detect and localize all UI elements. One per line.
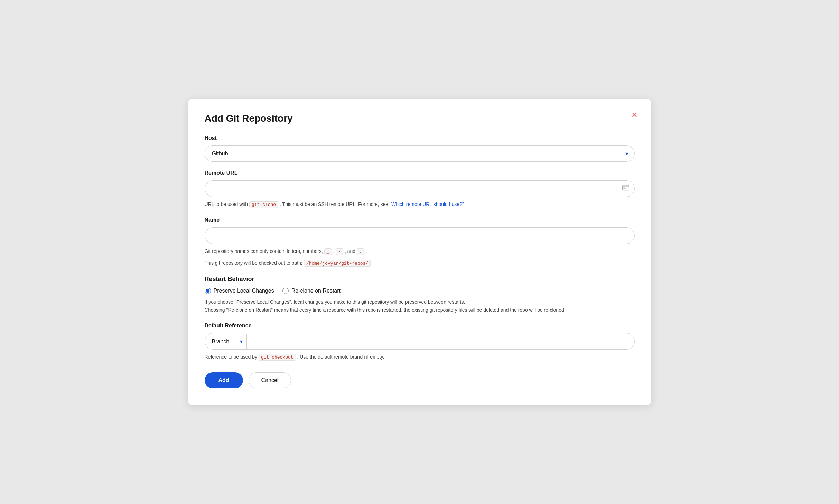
default-reference-row: Branch Tag Commit ▾ [205, 333, 635, 350]
host-field-group: Host Github GitLab Bitbucket Other ▾ [205, 135, 635, 162]
reclone-option[interactable]: Re-clone on Restart [282, 288, 341, 294]
restart-hint-line1: If you choose "Preserve Local Changes", … [205, 298, 635, 306]
svg-rect-2 [623, 188, 625, 188]
preserve-local-option[interactable]: Preserve Local Changes [205, 288, 274, 294]
remote-url-hint: URL to be used with git clone . This mus… [205, 200, 635, 209]
dash-code: - [336, 248, 343, 255]
modal-actions: Add Cancel [205, 372, 635, 388]
remote-url-input[interactable] [205, 180, 635, 197]
restart-hint-line2: Choosing "Re-clone on Restart" means tha… [205, 306, 635, 314]
remote-url-icon [622, 185, 629, 192]
reclone-label: Re-clone on Restart [291, 288, 341, 294]
name-hint-line1: Git repository names can only contain le… [205, 247, 635, 256]
git-checkout-code: git checkout [259, 354, 296, 361]
svg-rect-3 [623, 189, 626, 189]
preserve-label: Preserve Local Changes [214, 288, 274, 294]
preserve-radio[interactable] [205, 288, 211, 294]
modal-dialog: × Add Git Repository Host Github GitLab … [188, 99, 651, 405]
modal-title: Add Git Repository [205, 113, 635, 124]
name-label: Name [205, 217, 635, 223]
cancel-button[interactable]: Cancel [249, 372, 291, 388]
remote-url-label: Remote URL [205, 170, 635, 176]
host-label: Host [205, 135, 635, 141]
branch-type-select[interactable]: Branch Tag Commit [205, 334, 247, 349]
branch-reference-input[interactable] [247, 333, 634, 349]
name-input[interactable] [205, 227, 635, 244]
name-field-group: Name Git repository names can only conta… [205, 217, 635, 267]
reclone-radio[interactable] [282, 288, 289, 294]
name-input-wrapper [205, 227, 635, 244]
add-button[interactable]: Add [205, 372, 243, 388]
underscore-code: _ [324, 248, 332, 255]
reference-hint: Reference to be used by git checkout . U… [205, 353, 635, 361]
dot-code: . [357, 248, 364, 255]
remote-url-field-group: Remote URL URL to be used with git clone… [205, 170, 635, 209]
host-select-wrapper: Github GitLab Bitbucket Other ▾ [205, 145, 635, 162]
default-reference-group: Default Reference Branch Tag Commit ▾ Re… [205, 323, 635, 361]
modal-overlay: × Add Git Repository Host Github GitLab … [0, 0, 839, 504]
name-hint-line2: This git repository will be checked out … [205, 259, 635, 267]
restart-hint-block: If you choose "Preserve Local Changes", … [205, 298, 635, 315]
restart-behavior-group: Restart Behavior Preserve Local Changes … [205, 276, 635, 315]
default-reference-label: Default Reference [205, 323, 635, 329]
restart-radio-group: Preserve Local Changes Re-clone on Resta… [205, 288, 635, 294]
branch-select-wrapper: Branch Tag Commit ▾ [205, 334, 247, 349]
restart-behavior-title: Restart Behavior [205, 276, 635, 283]
host-select[interactable]: Github GitLab Bitbucket Other [205, 145, 635, 162]
git-clone-code: git clone [249, 201, 278, 208]
remote-url-input-wrapper [205, 180, 635, 197]
checkout-path: /home/jovyan/git-repos/ [304, 260, 371, 267]
remote-url-help-link[interactable]: "Which remote URL should I use?" [390, 201, 464, 207]
close-button[interactable]: × [630, 109, 638, 121]
